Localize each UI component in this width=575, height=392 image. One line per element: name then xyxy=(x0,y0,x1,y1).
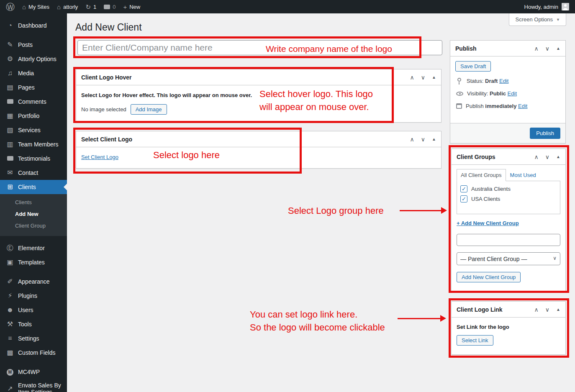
parent-group-select[interactable]: — Parent Client Group — xyxy=(457,252,560,265)
sidebar-item-services[interactable]: ▧Services xyxy=(0,123,67,137)
dashboard-icon: ◔ xyxy=(6,22,14,29)
edit-visibility-link[interactable]: Edit xyxy=(508,90,517,97)
submenu-item-clients[interactable]: Clients xyxy=(0,197,67,208)
comments-icon xyxy=(6,98,14,105)
updates-menu[interactable]: ↻ 1 xyxy=(85,4,96,10)
sidebar-item-contact[interactable]: ✉Contact xyxy=(0,166,67,180)
toggle-panel-icon[interactable]: ▲ xyxy=(556,46,560,51)
move-up-icon[interactable]: ∧ xyxy=(410,136,414,143)
eye-icon xyxy=(456,92,463,96)
add-new-client-group-button[interactable]: Add New Client Group xyxy=(457,272,521,282)
avatar[interactable] xyxy=(562,3,569,10)
metabox-title: Client Groups xyxy=(457,154,495,160)
sidebar-item-plugins[interactable]: ⚡Plugins xyxy=(0,289,67,303)
move-down-icon[interactable]: ∨ xyxy=(421,74,425,81)
site-name-menu[interactable]: ⌂ attorly xyxy=(57,4,78,10)
sidebar-item-templates[interactable]: ▣Templates xyxy=(0,255,67,269)
sidebar-item-label: Clients xyxy=(18,184,36,190)
select-link-button[interactable]: Select Link xyxy=(457,335,493,346)
sidebar-item-mc4wp[interactable]: MMC4WP xyxy=(0,365,67,379)
folder-icon: ▣ xyxy=(6,259,14,266)
tab-all-client-groups[interactable]: All Client Groups xyxy=(457,169,506,181)
group-label: Australia Clients xyxy=(471,186,511,192)
metabox-header[interactable]: Client Logo Link ∧ ∨ ▲ xyxy=(452,302,565,318)
comments-menu[interactable]: 0 xyxy=(104,4,116,10)
hover-description: Select Logo for Hover effect. This logo … xyxy=(81,92,436,98)
custom-fields-icon: ▩ xyxy=(6,349,14,356)
sidebar-item-tools[interactable]: ⚒Tools xyxy=(0,317,67,331)
metabox-header[interactable]: Publish ∧ ∨ ▲ xyxy=(450,41,565,56)
annotation-text-hover: Select hover logo. This logo will appear… xyxy=(259,87,373,113)
group-row-australia: ✓ Australia Clients xyxy=(460,185,557,192)
sidebar-item-users[interactable]: ☻Users xyxy=(0,303,67,317)
screen-options-button[interactable]: Screen Options ▼ xyxy=(509,13,566,26)
sidebar-item-settings[interactable]: ≡Settings xyxy=(0,331,67,346)
sidebar-item-team-members[interactable]: ▥Team Members xyxy=(0,137,67,151)
sidebar-item-appearance[interactable]: ✐Appearance xyxy=(0,274,67,289)
sidebar-item-portfolio[interactable]: ▦Portfolio xyxy=(0,109,67,123)
sidebar-item-label: Plugins xyxy=(18,292,37,299)
toggle-panel-icon[interactable]: ▲ xyxy=(432,75,436,79)
new-content-menu[interactable]: + New xyxy=(123,4,140,10)
move-down-icon[interactable]: ∨ xyxy=(421,136,425,143)
set-client-logo-link[interactable]: Set Client Logo xyxy=(81,154,118,160)
metabox-header[interactable]: Select Client Logo ∧ ∨ ▲ xyxy=(76,131,441,147)
save-draft-button[interactable]: Save Draft xyxy=(455,61,491,72)
move-up-icon[interactable]: ∧ xyxy=(534,45,539,52)
sidebar-item-custom-fields[interactable]: ▩Custom Fields xyxy=(0,346,67,360)
submenu-item-add-new[interactable]: Add New xyxy=(0,208,67,220)
toggle-panel-icon[interactable]: ▲ xyxy=(556,307,560,312)
sidebar-item-dashboard[interactable]: ◔Dashboard xyxy=(0,18,67,33)
sidebar-item-clients[interactable]: ⊞Clients xyxy=(0,180,67,194)
howdy-admin-menu[interactable]: Howdy, admin xyxy=(524,4,558,10)
metabox-header[interactable]: Client Groups ∧ ∨ ▲ xyxy=(452,149,565,165)
sidebar-item-media[interactable]: ♫Media xyxy=(0,66,67,80)
select-client-logo-metabox: Select Client Logo ∧ ∨ ▲ Set Client Logo xyxy=(76,131,442,169)
toggle-panel-icon[interactable]: ▲ xyxy=(432,137,436,141)
sidebar-item-label: Attorly Options xyxy=(18,56,56,62)
new-group-name-input[interactable] xyxy=(457,234,560,246)
sidebar-item-pages[interactable]: ▤Pages xyxy=(0,80,67,95)
move-down-icon[interactable]: ∨ xyxy=(545,306,549,313)
submenu-item-client-group[interactable]: Client Group xyxy=(0,220,67,232)
add-image-button[interactable]: Add Image xyxy=(131,104,167,115)
sidebar-item-envato-sales[interactable]: ↗Envato Sales By Item Settings xyxy=(0,379,67,392)
annotation-line: Select hover logo. This logo xyxy=(259,87,373,100)
add-new-client-group-link[interactable]: + Add New Client Group xyxy=(457,220,519,226)
publish-button[interactable]: Publish xyxy=(530,128,560,139)
content-area: Screen Options ▼ Add New Client Client L… xyxy=(67,13,575,392)
edit-schedule-link[interactable]: Edit xyxy=(518,103,527,109)
sidebar-item-comments[interactable]: Comments xyxy=(0,95,67,109)
calendar-icon xyxy=(456,103,462,109)
checkbox-checked-icon[interactable]: ✓ xyxy=(460,185,467,192)
move-up-icon[interactable]: ∧ xyxy=(534,154,539,160)
move-down-icon[interactable]: ∨ xyxy=(545,154,549,160)
sidebar-item-attorly-options[interactable]: ⚙Attorly Options xyxy=(0,52,67,66)
pages-icon: ▤ xyxy=(6,84,14,91)
set-link-heading: Set Link for the logo xyxy=(457,324,560,330)
move-up-icon[interactable]: ∧ xyxy=(534,306,539,313)
edit-status-link[interactable]: Edit xyxy=(499,78,508,84)
sidebar-item-posts[interactable]: ✎Posts xyxy=(0,38,67,52)
toggle-panel-icon[interactable]: ▲ xyxy=(556,154,560,159)
metabox-header[interactable]: Client Logo Hover ∧ ∨ ▲ xyxy=(76,69,441,85)
group-label: USA Clients xyxy=(471,196,500,202)
updates-count: 1 xyxy=(93,4,96,10)
wordpress-menu[interactable]: Ⓦ xyxy=(6,3,15,11)
metabox-title: Publish xyxy=(455,45,477,52)
my-sites-menu[interactable]: ⌂ My Sites xyxy=(22,4,49,10)
sidebar-item-testimonials[interactable]: Testimonials xyxy=(0,151,67,166)
annotation-text-groups: Select Logo group here xyxy=(288,205,384,216)
gear-icon: ⚙ xyxy=(6,56,14,62)
checkbox-checked-icon[interactable]: ✓ xyxy=(460,195,467,202)
sidebar-item-elementor[interactable]: ⒺElementor xyxy=(0,241,67,255)
portfolio-icon: ▦ xyxy=(6,113,14,119)
publish-footer: Publish xyxy=(450,123,565,143)
tab-most-used[interactable]: Most Used xyxy=(506,169,540,181)
grid-icon: ⊞ xyxy=(6,184,14,190)
sidebar-item-label: Custom Fields xyxy=(18,349,55,356)
sidebar-item-label: Templates xyxy=(18,259,45,266)
move-down-icon[interactable]: ∨ xyxy=(545,45,549,52)
admin-bar: Ⓦ ⌂ My Sites ⌂ attorly ↻ 1 0 + New Howdy… xyxy=(0,0,575,13)
move-up-icon[interactable]: ∧ xyxy=(410,74,414,81)
